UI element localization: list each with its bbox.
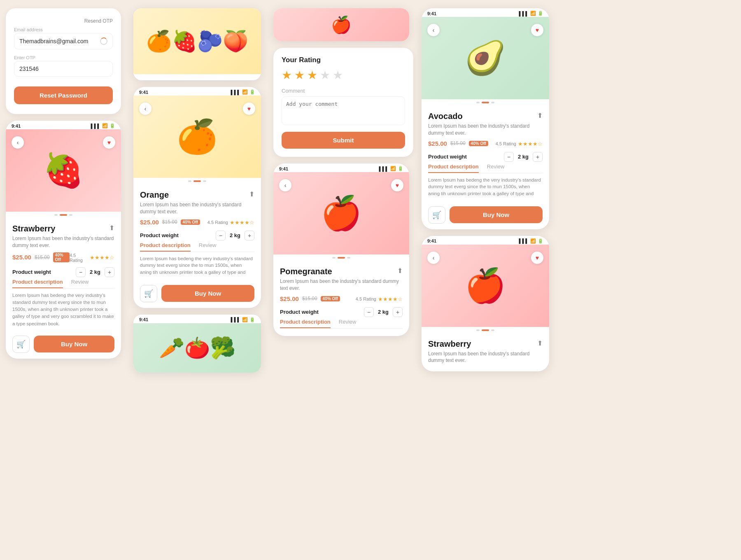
favorite-button-pom[interactable]: ♥ bbox=[391, 179, 403, 191]
rating-card: Your Rating ★ ★ ★ ★ ★ Comment Submit bbox=[273, 48, 413, 157]
tab-product-description-orange[interactable]: Product description bbox=[140, 242, 191, 252]
avocado-price-current: $25.00 bbox=[428, 140, 447, 147]
decrease-weight-button[interactable]: − bbox=[76, 267, 86, 277]
fruits-grid-card: 🍊🍓🫐🍑 bbox=[133, 8, 261, 80]
tab-review-orange[interactable]: Review bbox=[199, 242, 217, 252]
rating-label: 4.5 Rating bbox=[70, 253, 88, 263]
image-dots-avocado bbox=[422, 99, 549, 106]
favorite-button-orange[interactable]: ♥ bbox=[243, 103, 255, 115]
orange-discount-badge: 40% Off bbox=[181, 219, 200, 225]
tab-review[interactable]: Review bbox=[71, 279, 89, 288]
buy-now-button-avocado[interactable]: Buy Now bbox=[450, 206, 543, 223]
star-4[interactable]: ★ bbox=[320, 68, 330, 82]
image-dots bbox=[6, 212, 121, 218]
pom-title-row: Pomegranate ⬆ bbox=[280, 267, 403, 276]
pom-discount-badge: 40% Off bbox=[321, 296, 340, 301]
orange-product-name: Orange bbox=[140, 190, 169, 200]
rating-stars-row: ★ ★ ★ ★ ★ bbox=[282, 68, 405, 82]
email-group: Email address Themadbrains@gmail.com bbox=[14, 27, 113, 49]
otp-input[interactable]: 231546 bbox=[14, 61, 113, 77]
avocado-tab-content: Lorem Ipsum has bedeng the very industry… bbox=[428, 177, 543, 198]
buy-row: 🛒 Buy Now bbox=[6, 331, 121, 359]
back-button-orange[interactable]: ‹ bbox=[139, 103, 151, 115]
pom-price-row: $25.00 $15.00 40% Off bbox=[280, 295, 340, 302]
submit-button[interactable]: Submit bbox=[282, 132, 405, 149]
veggies-image: 🥕🍅🥦 bbox=[133, 323, 261, 373]
orange-weight-row: Product weight − 2 kg + bbox=[140, 231, 254, 240]
product-title-row: Strawberry ⬆ bbox=[12, 224, 114, 233]
comment-label: Comment bbox=[282, 88, 405, 94]
reset-password-button[interactable]: Reset Password bbox=[14, 86, 113, 104]
tab-content: Lorem Ipsum has bedeng the very industry… bbox=[12, 292, 114, 327]
dot-3p bbox=[347, 257, 350, 259]
star-1[interactable]: ★ bbox=[282, 68, 292, 82]
back-button-pom[interactable]: ‹ bbox=[279, 179, 291, 191]
tab-product-description[interactable]: Product description bbox=[12, 279, 63, 288]
avocado-price-old: $15.00 bbox=[450, 140, 466, 146]
comment-input[interactable] bbox=[282, 96, 405, 125]
orange-tab-content: Lorem Ipsum has bedeng the very industry… bbox=[140, 255, 254, 277]
orange-rating-label: 4.5 Rating bbox=[207, 220, 228, 225]
share-button-avocado[interactable]: ⬆ bbox=[537, 112, 543, 119]
pom-top-image: 🍎 bbox=[273, 8, 409, 41]
pom-rating-label: 4.5 Rating bbox=[356, 296, 376, 301]
price-rating-row: $25.00 $15.00 40% Off 4.5 Rating ★★★★☆ bbox=[12, 252, 114, 263]
increase-weight-avocado[interactable]: + bbox=[533, 152, 543, 162]
share-button-pom[interactable]: ⬆ bbox=[397, 267, 403, 275]
orange-buy-row: 🛒 Buy Now bbox=[133, 281, 261, 308]
tab-product-description-pom[interactable]: Product description bbox=[280, 319, 331, 328]
orange-info: Orange ⬆ Lorem Ipsum has been the indust… bbox=[133, 184, 261, 281]
favorite-button[interactable]: ♥ bbox=[103, 136, 115, 149]
status-icons-orange: ▌▌▌ 📶 🔋 bbox=[231, 89, 255, 95]
cart-button-orange[interactable]: 🛒 bbox=[140, 285, 157, 302]
buy-now-button-orange[interactable]: Buy Now bbox=[161, 285, 254, 302]
pom-weight-row: Product weight − 2 kg + bbox=[280, 307, 403, 317]
decrease-weight-avocado[interactable]: − bbox=[504, 152, 514, 162]
increase-weight-orange[interactable]: + bbox=[245, 231, 254, 240]
rating-row: 4.5 Rating ★★★★☆ bbox=[70, 253, 114, 263]
avocado-stars: ★★★★☆ bbox=[518, 141, 543, 147]
price-row: $25.00 $15.00 40% Off bbox=[12, 252, 70, 262]
dot-2a bbox=[482, 102, 489, 103]
tab-review-pom[interactable]: Review bbox=[339, 319, 357, 328]
share-button-apple[interactable]: ⬆ bbox=[537, 339, 543, 347]
avocado-price-row: $25.00 $15.00 40% Off bbox=[428, 140, 488, 147]
pom-desc: Lorem Ipsum has been the industry's stan… bbox=[280, 278, 403, 292]
tab-product-description-avocado[interactable]: Product description bbox=[428, 163, 479, 173]
back-button-apple[interactable]: ‹ bbox=[427, 252, 440, 264]
tab-review-avocado[interactable]: Review bbox=[487, 163, 505, 173]
cart-button-avocado[interactable]: 🛒 bbox=[428, 206, 445, 224]
apple-title-row: Strawberry ⬆ bbox=[428, 339, 543, 349]
share-button-orange[interactable]: ⬆ bbox=[249, 190, 254, 198]
share-button[interactable]: ⬆ bbox=[109, 224, 114, 232]
product-name: Strawberry bbox=[12, 224, 56, 233]
increase-weight-button[interactable]: + bbox=[105, 267, 114, 277]
apple-desc: Lorem Ipsum has been the industry's stan… bbox=[428, 350, 543, 364]
dot-3ap bbox=[491, 329, 494, 331]
increase-weight-pom[interactable]: + bbox=[393, 307, 403, 317]
avocado-weight-label: Product weight bbox=[428, 154, 467, 160]
favorite-button-avocado[interactable]: ♥ bbox=[531, 24, 543, 36]
weight-row: Product weight − 2 kg + bbox=[12, 267, 114, 277]
back-button-avocado[interactable]: ‹ bbox=[427, 24, 440, 36]
pom-rating-row: 4.5 Rating ★★★★☆ bbox=[356, 296, 403, 302]
star-3[interactable]: ★ bbox=[307, 68, 317, 82]
star-5[interactable]: ★ bbox=[333, 68, 343, 82]
status-bar-orange: 9:41 ▌▌▌ 📶 🔋 bbox=[133, 87, 261, 96]
buy-now-button[interactable]: Buy Now bbox=[34, 336, 114, 352]
decrease-weight-pom[interactable]: − bbox=[364, 307, 374, 317]
discount-badge: 40% Off bbox=[53, 252, 70, 262]
pom-weight-label: Product weight bbox=[280, 309, 319, 315]
resend-otp-link[interactable]: Resend OTP bbox=[14, 18, 113, 24]
pom-price-current: $25.00 bbox=[280, 295, 299, 302]
stars: ★★★★☆ bbox=[90, 254, 114, 261]
back-button[interactable]: ‹ bbox=[12, 136, 24, 149]
email-input[interactable]: Themadbrains@gmail.com bbox=[14, 33, 113, 49]
favorite-button-apple[interactable]: ♥ bbox=[531, 252, 543, 264]
pom-tabs-row: Product description Review bbox=[280, 319, 403, 329]
orange-rating-row: 4.5 Rating ★★★★☆ bbox=[207, 219, 254, 226]
cart-button[interactable]: 🛒 bbox=[12, 336, 30, 353]
star-2[interactable]: ★ bbox=[294, 68, 305, 82]
decrease-weight-orange[interactable]: − bbox=[216, 231, 226, 240]
orange-weight-label: Product weight bbox=[140, 232, 179, 238]
